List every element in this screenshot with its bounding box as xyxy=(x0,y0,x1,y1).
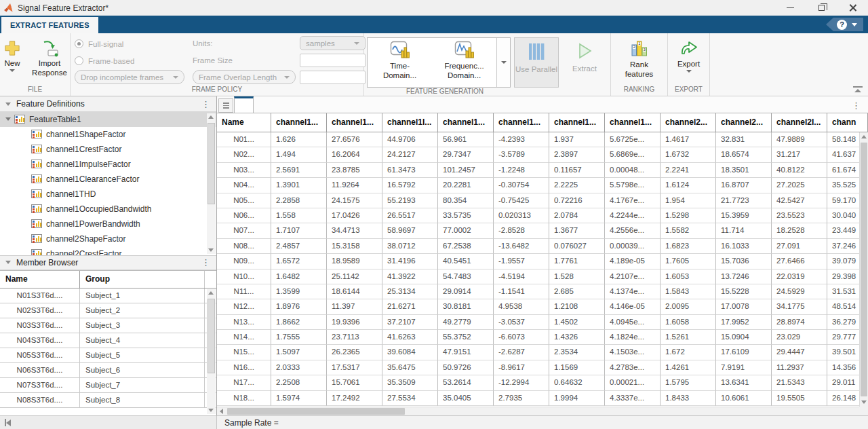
table-row[interactable]: N13...1.866219.939637.210749.2779-3.0537… xyxy=(217,315,868,330)
frame-size-input[interactable] xyxy=(300,54,366,67)
table-row[interactable]: N06...1.55817.042626.551733.57350.020313… xyxy=(217,208,868,223)
kebab-menu-icon[interactable]: ⋮ xyxy=(850,101,863,110)
rank-features-button[interactable]: 2 1 3 Rank features xyxy=(611,37,667,86)
collapse-panel-button[interactable] xyxy=(5,419,11,426)
drop-incomplete-frames-dropdown[interactable]: Drop incomplete frames xyxy=(75,70,184,84)
units-dropdown[interactable]: samples xyxy=(300,36,366,50)
section-export: Export EXPORT xyxy=(668,33,710,96)
column-header-3[interactable]: channel1I... xyxy=(382,113,438,132)
table-cell: 0.64632 xyxy=(549,375,605,390)
member-row[interactable]: N06S3T6d....Subject_6 xyxy=(0,363,216,378)
import-response-button[interactable]: Import Response xyxy=(24,37,75,86)
table-cell: 18.3501 xyxy=(716,163,772,178)
tab-extract-features[interactable]: EXTRACT FEATURES xyxy=(1,17,98,33)
column-header-2[interactable]: channel1... xyxy=(327,113,382,132)
use-parallel-button[interactable]: Use Parallel xyxy=(514,37,559,88)
table-row[interactable]: N03...2.569123.878561.3473101.2457-1.224… xyxy=(217,163,868,178)
tree-item-featuretable1[interactable]: FeatureTable1 xyxy=(0,112,216,127)
frame-based-radio[interactable]: Frame-based xyxy=(75,54,189,67)
table-row[interactable]: N04...1.390111.926416.579220.2281-0.3075… xyxy=(217,178,868,193)
column-header-6[interactable]: channel1... xyxy=(549,113,605,132)
tree-item-channel1shapefactor[interactable]: channel1ShapeFactor xyxy=(0,127,216,142)
member-col-name[interactable]: Name xyxy=(0,271,80,288)
feature-definitions-header[interactable]: Feature Definitions ⋮ xyxy=(0,96,216,112)
tree-item-channel1occupiedbandwidth[interactable]: channel1OccupiedBandwidth xyxy=(0,202,216,217)
table-row[interactable]: N15...1.509726.236539.608447.9151-2.6287… xyxy=(217,345,868,360)
time-domain-features-button[interactable]: Time- Domain... xyxy=(368,38,432,87)
member-row[interactable]: N01S3T6d....Subject_1 xyxy=(0,288,216,303)
member-row[interactable]: N02S3T6d....Subject_2 xyxy=(0,303,216,318)
column-header-4[interactable]: channel1... xyxy=(438,113,494,132)
title-bar: Signal Feature Extractor* xyxy=(0,0,868,16)
table-row[interactable]: N16...2.033317.531735.647550.9726-8.9617… xyxy=(217,360,868,375)
tree-item-channel1thd[interactable]: channel1THD xyxy=(0,187,216,202)
member-row[interactable]: N08S3T6d....Subject_8 xyxy=(0,393,216,408)
status-bar: Sample Rate = xyxy=(0,415,868,429)
column-header-1[interactable]: channel1... xyxy=(271,113,327,132)
table-row[interactable]: N18...1.597417.249227.553435.04052.79351… xyxy=(217,391,868,406)
tab-list-button[interactable] xyxy=(218,98,233,113)
kebab-menu-icon[interactable]: ⋮ xyxy=(199,100,212,109)
table-row[interactable]: N08...2.485715.315838.071267.2538-13.648… xyxy=(217,239,868,254)
table-cell: 28.8974 xyxy=(772,315,827,330)
table-cell: 23.029 xyxy=(772,330,827,345)
status-left-panel xyxy=(0,416,217,429)
table-row[interactable]: N09...1.657218.958931.419640.5451-1.9557… xyxy=(217,254,868,269)
table-row[interactable]: N02...1.49416.206424.212729.7347-3.57892… xyxy=(217,147,868,162)
column-header-11[interactable]: chann xyxy=(827,113,868,132)
column-header-8[interactable]: channel2... xyxy=(660,113,716,132)
member-row[interactable]: N03S3T6d....Subject_3 xyxy=(0,318,216,333)
export-button[interactable]: Export xyxy=(673,37,704,86)
full-signal-radio[interactable]: Full-signal xyxy=(75,37,189,50)
member-browser-header[interactable]: Member Browser ⋮ xyxy=(0,255,216,271)
frame-overlap-length-dropdown[interactable]: Frame Overlap Length xyxy=(193,70,296,84)
column-header-name[interactable]: Name xyxy=(217,113,271,132)
maximize-button[interactable] xyxy=(806,0,837,16)
table-horizontal-scrollbar[interactable] xyxy=(217,407,859,415)
member-col-group[interactable]: Group xyxy=(80,271,205,288)
member-row[interactable]: N04S3T6d....Subject_4 xyxy=(0,333,216,348)
column-header-7[interactable]: channel1... xyxy=(605,113,660,132)
close-button[interactable] xyxy=(837,0,868,16)
tree-item-channel1clearancefactor[interactable]: channel1ClearanceFactor xyxy=(0,172,216,187)
table-cell: 56.961 xyxy=(438,132,494,147)
tree-item-channel2shapefactor[interactable]: channel2ShapeFactor xyxy=(0,231,216,246)
table-row[interactable]: N17...2.250815.706135.350953.2614-12.299… xyxy=(217,375,868,390)
column-header-9[interactable]: channel2... xyxy=(716,113,772,132)
tree-item-channel1crestfactor[interactable]: channel1CrestFactor xyxy=(0,142,216,157)
table-row[interactable]: N12...1.897611.39721.627130.81814.95381.… xyxy=(217,299,868,314)
table-cell: 77.0002 xyxy=(438,223,494,238)
frequency-domain-features-button[interactable]: Frequenc... Domain... xyxy=(432,38,496,87)
table-row[interactable]: N10...1.648225.114241.392254.7483-4.5194… xyxy=(217,269,868,284)
table-vertical-scrollbar[interactable] xyxy=(859,132,868,407)
table-row[interactable]: N14...1.755523.711341.626355.3752-6.6073… xyxy=(217,330,868,345)
table-row[interactable]: N11...1.359918.614425.313429.0914-1.1541… xyxy=(217,284,868,299)
member-name-cell: N07S3T6d.... xyxy=(0,378,80,392)
column-header-5[interactable]: channel1... xyxy=(494,113,549,132)
collapse-ribbon-button[interactable] xyxy=(853,86,863,93)
tree-item-channel1impulsefactor[interactable]: channel1ImpulseFactor xyxy=(0,157,216,172)
member-row[interactable]: N05S3T6d....Subject_5 xyxy=(0,348,216,363)
tree-scrollbar[interactable] xyxy=(207,113,216,254)
member-scrollbar[interactable] xyxy=(207,289,216,414)
frame-overlap-input[interactable] xyxy=(300,71,366,84)
table-row[interactable]: N05...2.285824.157555.219380.354-0.75425… xyxy=(217,193,868,208)
help-button[interactable]: ? xyxy=(826,18,863,31)
minimize-button[interactable] xyxy=(774,0,806,16)
tree-item-channel2crestfactor[interactable]: channel2CrestFactor xyxy=(0,246,216,255)
document-tab-strip: ⋮ xyxy=(217,96,868,113)
table-cell: 1.7605 xyxy=(660,254,716,269)
tree-expand-icon[interactable] xyxy=(5,117,11,121)
table-row[interactable]: N07...1.710734.471358.969777.0002-2.8528… xyxy=(217,223,868,238)
kebab-menu-icon[interactable]: ⋮ xyxy=(199,258,212,267)
export-label: Export xyxy=(677,59,700,69)
member-row[interactable]: N07S3T6d....Subject_7 xyxy=(0,378,216,393)
column-header-10[interactable]: channel2I... xyxy=(772,113,827,132)
table-cell: 38.0712 xyxy=(382,239,438,254)
feature-table-tab[interactable] xyxy=(234,96,254,113)
table-row[interactable]: N01...1.62627.657644.970656.961-4.23931.… xyxy=(217,132,868,147)
tree-item-channel1powerbandwidth[interactable]: channel1PowerBandwidth xyxy=(0,217,216,231)
new-button[interactable]: New xyxy=(0,37,24,86)
extract-button[interactable]: Extract xyxy=(562,37,607,88)
gallery-expand-button[interactable] xyxy=(496,38,510,87)
